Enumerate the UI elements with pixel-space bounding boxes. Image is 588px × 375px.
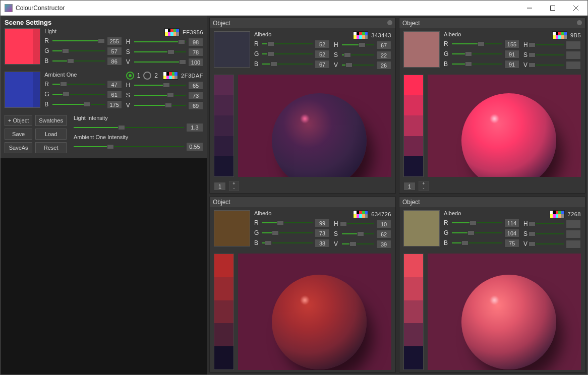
obj-r-slider[interactable] — [262, 219, 313, 226]
ambient-r-value[interactable]: 47 — [107, 80, 122, 89]
object-palette-icon[interactable] — [550, 210, 565, 218]
object-header[interactable]: Object — [399, 18, 585, 28]
obj-v-slider[interactable] — [342, 240, 374, 247]
object-count-stepper[interactable]: +- — [419, 181, 429, 191]
light-intensity-slider[interactable] — [74, 124, 184, 131]
obj-h-slider[interactable] — [342, 220, 374, 227]
obj-g-slider[interactable] — [262, 50, 313, 57]
load-button[interactable]: Load — [35, 129, 67, 140]
light-h-value[interactable]: 98 — [188, 38, 203, 46]
object-albedo-swatch[interactable] — [214, 210, 250, 246]
object-albedo-swatch[interactable] — [403, 210, 440, 246]
light-r-value[interactable]: 255 — [107, 37, 122, 45]
ambient-s-slider[interactable] — [134, 92, 186, 99]
object-header[interactable]: Object — [210, 197, 395, 207]
obj-h-value[interactable] — [566, 41, 581, 49]
object-count-value[interactable]: 1 — [214, 182, 226, 191]
object-palette-icon[interactable] — [353, 31, 368, 39]
obj-b-slider[interactable] — [452, 239, 502, 246]
obj-s-value[interactable] — [566, 51, 581, 59]
swatches-button[interactable]: Swatches — [35, 115, 67, 126]
obj-h-value[interactable]: 67 — [376, 41, 391, 49]
object-header[interactable]: Object — [399, 197, 585, 207]
ambient-h-slider[interactable] — [134, 82, 186, 89]
obj-r-value[interactable]: 114 — [504, 219, 519, 227]
obj-g-slider[interactable] — [452, 50, 502, 57]
obj-s-slider[interactable] — [532, 230, 564, 237]
obj-h-slider[interactable] — [532, 41, 564, 48]
obj-g-value[interactable]: 52 — [315, 50, 330, 58]
obj-s-value[interactable] — [566, 230, 581, 238]
obj-h-value[interactable] — [566, 220, 581, 228]
obj-g-slider[interactable] — [262, 229, 313, 236]
light-b-slider[interactable] — [52, 57, 104, 65]
object-palette-icon[interactable] — [353, 210, 368, 218]
ambient-b-slider[interactable] — [52, 101, 104, 108]
obj-s-value[interactable]: 22 — [376, 51, 391, 59]
light-b-value[interactable]: 86 — [107, 57, 122, 66]
obj-h-slider[interactable] — [532, 220, 564, 227]
ambient-palette-icon[interactable] — [163, 72, 178, 80]
obj-r-slider[interactable] — [452, 219, 502, 226]
ambient-swatch[interactable] — [5, 72, 40, 108]
obj-r-slider[interactable] — [452, 40, 502, 47]
ambient-radio-2[interactable] — [143, 72, 151, 80]
object-color-strip[interactable] — [214, 254, 234, 370]
obj-h-value[interactable]: 10 — [376, 220, 391, 228]
obj-v-value[interactable]: 26 — [376, 61, 391, 70]
obj-v-value[interactable] — [566, 61, 581, 70]
object-albedo-swatch[interactable] — [403, 31, 440, 68]
minimize-button[interactable] — [518, 1, 541, 15]
ambient-v-slider[interactable] — [134, 102, 186, 109]
obj-g-value[interactable]: 73 — [315, 229, 330, 237]
obj-r-value[interactable]: 52 — [315, 40, 330, 48]
object-menu-icon[interactable] — [387, 20, 392, 25]
save-as-button[interactable]: SaveAs — [5, 142, 32, 153]
object-color-strip[interactable] — [403, 75, 424, 177]
light-s-slider[interactable] — [134, 48, 186, 55]
ambient-s-value[interactable]: 73 — [188, 91, 203, 100]
obj-b-value[interactable]: 38 — [315, 239, 330, 247]
obj-s-slider[interactable] — [342, 230, 374, 237]
obj-b-slider[interactable] — [262, 60, 313, 68]
obj-r-value[interactable]: 99 — [315, 219, 330, 227]
close-button[interactable] — [564, 1, 587, 15]
light-g-value[interactable]: 57 — [107, 47, 122, 55]
obj-g-value[interactable]: 104 — [504, 229, 519, 237]
obj-s-slider[interactable] — [342, 51, 374, 58]
obj-h-slider[interactable] — [342, 41, 374, 48]
light-s-value[interactable]: 78 — [188, 48, 203, 56]
obj-b-slider[interactable] — [262, 239, 313, 246]
obj-v-value[interactable] — [566, 240, 581, 248]
light-intensity-value[interactable]: 1.3 — [186, 123, 203, 132]
save-button[interactable]: Save — [5, 129, 32, 140]
light-g-slider[interactable] — [52, 47, 104, 54]
add-object-button[interactable]: + Object — [5, 115, 32, 126]
obj-b-value[interactable]: 91 — [504, 60, 519, 69]
object-menu-icon[interactable] — [577, 20, 582, 25]
ambient-b-value[interactable]: 175 — [107, 100, 122, 109]
light-v-value[interactable]: 100 — [188, 58, 203, 67]
object-palette-icon[interactable] — [552, 31, 567, 39]
obj-b-slider[interactable] — [452, 60, 502, 68]
step-down-icon[interactable]: - — [419, 186, 428, 191]
object-color-strip[interactable] — [214, 75, 234, 177]
light-swatch[interactable] — [5, 28, 40, 65]
object-color-strip[interactable] — [403, 254, 424, 370]
obj-b-value[interactable]: 67 — [315, 60, 330, 69]
obj-b-value[interactable]: 75 — [504, 239, 519, 247]
ambient-radio-1[interactable] — [126, 72, 134, 80]
obj-v-slider[interactable] — [532, 240, 564, 247]
step-down-icon[interactable]: - — [229, 186, 239, 191]
obj-v-slider[interactable] — [342, 61, 374, 69]
obj-g-slider[interactable] — [452, 229, 502, 236]
obj-g-value[interactable]: 91 — [504, 50, 519, 58]
light-h-slider[interactable] — [134, 38, 186, 45]
obj-r-value[interactable]: 155 — [504, 40, 519, 48]
ambient-v-value[interactable]: 69 — [188, 101, 203, 110]
light-palette-icon[interactable] — [164, 28, 180, 36]
ambient-r-slider[interactable] — [52, 81, 104, 88]
object-albedo-swatch[interactable] — [214, 31, 250, 68]
ambient-g-slider[interactable] — [52, 91, 104, 98]
obj-r-slider[interactable] — [262, 40, 313, 47]
